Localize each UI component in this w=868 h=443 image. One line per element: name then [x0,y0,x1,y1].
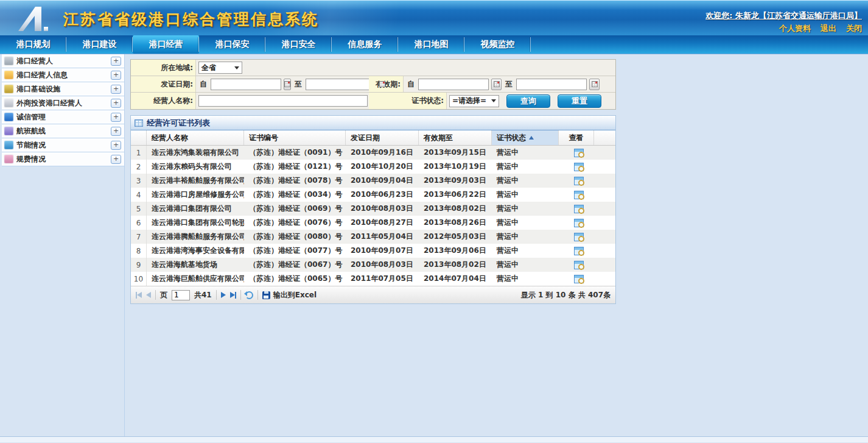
prev-page-button[interactable] [146,292,151,298]
reset-button[interactable]: 重置 [558,94,601,108]
sidebar-item[interactable]: 规费情况 + [2,152,124,166]
page-number-input[interactable] [172,290,190,300]
view-record-icon[interactable] [574,247,584,255]
issue-date-from-input[interactable] [211,79,281,90]
table-row[interactable]: 5 连云港港口集团有限公司 （苏连）港经证（0069）号 2010年08月03日… [131,202,615,216]
main-panel: 所在地域: 全省 发证日期: 自 至 有效期: [130,54,616,436]
view-record-icon[interactable] [574,205,584,213]
view-record-icon[interactable] [574,191,584,199]
sidebar-item[interactable]: 节能情况 + [2,138,124,152]
valid-to-input[interactable] [516,79,587,90]
issue-date-cell: 2010年08月27日 [346,216,419,230]
table-title: 经营许可证书列表 [147,118,210,129]
view-record-icon[interactable] [574,163,584,171]
view-record-icon[interactable] [574,219,584,227]
refresh-icon[interactable] [245,291,253,299]
view-record-icon[interactable] [574,177,584,185]
table-row[interactable]: 9 连云港海航基地货场 （苏连）港经证（0067）号 2010年08月03日 2… [131,258,615,272]
expand-plus-icon[interactable]: + [111,71,121,80]
fees-icon [4,155,13,163]
expand-plus-icon[interactable]: + [111,85,121,94]
operator-name-input[interactable] [198,95,368,107]
table-row[interactable]: 10 连云港海巨船舶供应有限公司 （苏连）港经证（0065）号 2011年07月… [131,272,615,286]
sidebar-item[interactable]: 外商投资港口经营人 + [2,96,124,110]
nav-tab[interactable]: 港口规划 [0,35,66,54]
column-header[interactable]: 证书编号 [244,130,346,145]
view-record-icon[interactable] [574,149,584,157]
page-title: 江苏省省级港口综合管理信息系统 [63,9,319,29]
column-header[interactable]: 查看 [559,130,594,145]
table-row[interactable]: 8 连云港港湾海事安全设备有限... （苏连）港经证（0077）号 2010年0… [131,244,615,258]
table-row[interactable]: 1 连云港东鸿集装箱有限公司 （苏连）港经证（0091）号 2010年09月16… [131,146,615,160]
last-page-button[interactable] [230,292,236,299]
query-button[interactable]: 查询 [506,94,550,108]
sidebar-item[interactable]: 港口经营人 + [2,54,124,68]
cert-status-cell: 营运中 [492,272,559,286]
nav-tab[interactable]: 港口建设 [66,35,133,54]
valid-period-label: 有效期: [369,76,404,92]
row-number: 6 [131,216,147,230]
row-number: 5 [131,202,147,216]
flight-route-icon [4,127,13,135]
app-logo-icon [17,5,55,32]
valid-from-input[interactable] [418,79,489,90]
export-excel-button[interactable]: 输出到Excel [262,290,317,300]
cert-status-select[interactable]: =请选择= [449,95,499,107]
nav-tab[interactable]: 信息服务 [332,35,398,54]
operator-name-cell: 连云港海巨船舶供应有限公司 [147,272,244,286]
expand-plus-icon[interactable]: + [111,141,121,150]
calendar-icon[interactable] [491,79,502,90]
calendar-icon[interactable] [589,79,600,90]
cert-number-cell: （苏连）港经证（0065）号 [244,272,346,286]
sidebar-item[interactable]: 诚信管理 + [2,110,124,124]
operator-name-cell: 连云港东鸿集装箱有限公司 [147,146,244,160]
nav-tab[interactable]: 港口经营 [133,35,199,54]
nav-tab[interactable]: 视频监控 [464,35,531,54]
sidebar-item-label: 规费情况 [16,154,108,165]
column-header[interactable]: 经营人名称 [147,130,244,145]
region-select[interactable]: 全省 [198,62,242,74]
nav-tab-label: 视频监控 [481,39,515,50]
nav-tab-label: 港口建设 [83,39,117,50]
expand-plus-icon[interactable]: + [111,57,121,66]
nav-tab[interactable]: 港口保安 [199,35,265,54]
table-row[interactable]: 2 连云港东粮码头有限公司 （苏连）港经证（0121）号 2010年10月20日… [131,160,615,174]
license-table-panel: 经营许可证书列表 经营人名称 证书编号 [130,115,616,304]
valid-until-cell: 2013年08月02日 [419,202,492,216]
table-row[interactable]: 3 连云港丰裕船舶服务有限公司 （苏连）港经证（0078）号 2010年09月0… [131,174,615,188]
calendar-icon[interactable] [284,79,291,90]
table-row[interactable]: 7 连云港港腾船舶服务有限公司 （苏连）港经证（0080）号 2011年05月0… [131,230,615,244]
sidebar-item-label: 外商投资港口经营人 [16,98,108,108]
issue-date-to-input[interactable] [306,79,376,90]
region-label: 所在地域: [131,60,196,76]
sidebar-item[interactable]: 航班航线 + [2,124,124,138]
cert-status-cell: 营运中 [492,216,559,230]
next-page-button[interactable] [221,292,226,298]
table-row[interactable]: 6 连云港港口集团有限公司轮驳... （苏连）港经证（0076）号 2010年0… [131,216,615,230]
app-header: 江苏省省级港口综合管理信息系统 欢迎您: 朱新龙【江苏省交通运输厅港口局】 个人… [0,0,868,35]
issue-date-cell: 2010年10月20日 [346,160,419,174]
sidebar-item[interactable]: 港口基础设施 + [2,82,124,96]
view-record-icon[interactable] [574,275,584,283]
header-link[interactable]: 关闭 [846,23,862,34]
nav-tab[interactable]: 港口地图 [398,35,464,54]
table-row[interactable]: 4 连云港港口房屋维修服务公司 （苏连）港经证（0034）号 2010年06月2… [131,188,615,202]
column-header-label: 证书编号 [249,133,278,143]
column-header[interactable]: 发证日期 [346,130,419,145]
to-label: 至 [295,79,302,90]
header-link[interactable]: 个人资料 [779,23,811,34]
expand-plus-icon[interactable]: + [111,127,121,136]
view-record-icon[interactable] [574,233,584,241]
column-header[interactable]: 有效期至 [419,130,492,145]
table-header-row: 经营人名称 证书编号 发证日期 [131,130,615,146]
valid-until-cell: 2013年08月02日 [419,258,492,272]
expand-plus-icon[interactable]: + [111,113,121,122]
header-link[interactable]: 退出 [821,23,836,34]
sidebar-item[interactable]: 港口经营人信息 + [2,68,124,82]
first-page-button[interactable] [136,292,142,299]
view-record-icon[interactable] [574,261,584,269]
expand-plus-icon[interactable]: + [111,99,121,108]
nav-tab[interactable]: 港口安全 [265,35,332,54]
expand-plus-icon[interactable]: + [111,155,121,164]
column-header[interactable]: 证书状态 [492,130,559,145]
